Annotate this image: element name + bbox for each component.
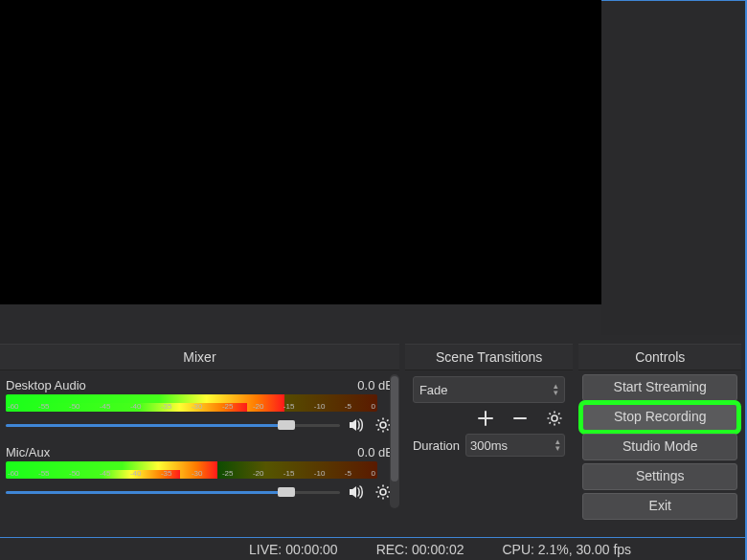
- volume-slider[interactable]: [6, 486, 340, 498]
- status-rec: REC: 00:00:02: [376, 542, 464, 557]
- transitions-header: Scene Transitions: [405, 344, 574, 370]
- audio-meter: -60-55-50-45-40-35-30-25-20-15-10-50: [6, 394, 377, 412]
- transition-toolbar: [413, 405, 566, 432]
- channel-db: 0.0 dB: [357, 445, 394, 459]
- audio-meter: -60-55-50-45-40-35-30-25-20-15-10-50: [6, 461, 377, 479]
- transition-select[interactable]: Fade ▴▾: [413, 376, 566, 403]
- preview-side-panel: [601, 0, 747, 335]
- duration-row: Duration 300ms ▴▾: [413, 434, 566, 457]
- settings-button[interactable]: Settings: [582, 463, 737, 490]
- mixer-body: Desktop Audio0.0 dB -60-55-50-45-40-35-3…: [0, 374, 399, 516]
- mixer-channel: Desktop Audio0.0 dB -60-55-50-45-40-35-3…: [6, 378, 394, 436]
- preview-canvas[interactable]: [0, 0, 601, 304]
- controls-header: Controls: [578, 344, 741, 370]
- transitions-body: Fade ▴▾ Duration: [405, 370, 574, 457]
- channel-name: Mic/Aux: [6, 445, 50, 459]
- mixer-scrollbar[interactable]: [390, 374, 399, 508]
- controls-panel: Controls Start Streaming Stop Recording …: [578, 344, 741, 516]
- scene-transitions-panel: Scene Transitions Fade ▴▾: [405, 344, 574, 516]
- speaker-icon: [348, 483, 365, 501]
- status-bar: LIVE: 00:00:00 REC: 00:00:02 CPU: 2.1%, …: [0, 537, 747, 560]
- minus-icon: [511, 410, 529, 427]
- duration-value: 300ms: [470, 438, 508, 453]
- svg-point-1: [380, 489, 386, 495]
- app-window: Mixer Desktop Audio0.0 dB -60-55-50-45-4…: [0, 0, 747, 560]
- mixer-channel: Mic/Aux0.0 dB -60-55-50-45-40-35-30-25-2…: [6, 445, 394, 503]
- channel-db: 0.0 dB: [357, 378, 394, 392]
- mixer-scrollbar-thumb[interactable]: [391, 376, 398, 482]
- transition-selected: Fade: [419, 383, 448, 397]
- duration-label: Duration: [413, 438, 460, 453]
- duration-spinner[interactable]: ▴▾: [555, 438, 560, 452]
- add-transition-button[interactable]: [475, 408, 496, 429]
- studio-mode-button[interactable]: Studio Mode: [582, 434, 737, 460]
- exit-button[interactable]: Exit: [582, 493, 737, 520]
- gear-icon: [546, 410, 563, 427]
- transition-settings-button[interactable]: [544, 408, 565, 429]
- status-live: LIVE: 00:00:00: [249, 542, 338, 557]
- mixer-panel: Mixer Desktop Audio0.0 dB -60-55-50-45-4…: [0, 344, 399, 516]
- mixer-header: Mixer: [0, 344, 399, 370]
- svg-point-2: [552, 415, 557, 421]
- start-streaming-button[interactable]: Start Streaming: [582, 374, 737, 401]
- controls-body: Start Streaming Stop Recording Studio Mo…: [578, 370, 741, 520]
- bottom-panels: Mixer Desktop Audio0.0 dB -60-55-50-45-4…: [0, 344, 747, 516]
- remove-transition-button[interactable]: [509, 408, 531, 429]
- channel-name: Desktop Audio: [6, 378, 86, 392]
- svg-point-0: [380, 422, 386, 428]
- panel-divider: [0, 335, 747, 344]
- stop-recording-button[interactable]: Stop Recording: [582, 404, 737, 431]
- volume-slider[interactable]: [6, 419, 340, 431]
- mute-button[interactable]: [346, 414, 367, 436]
- status-cpu: CPU: 2.1%, 30.00 fps: [502, 542, 631, 557]
- preview-area: [0, 0, 747, 335]
- duration-input[interactable]: 300ms ▴▾: [465, 434, 565, 457]
- speaker-icon: [348, 416, 365, 434]
- plus-icon: [477, 410, 494, 427]
- select-spinner[interactable]: ▴▾: [554, 383, 558, 396]
- mute-button[interactable]: [346, 482, 367, 503]
